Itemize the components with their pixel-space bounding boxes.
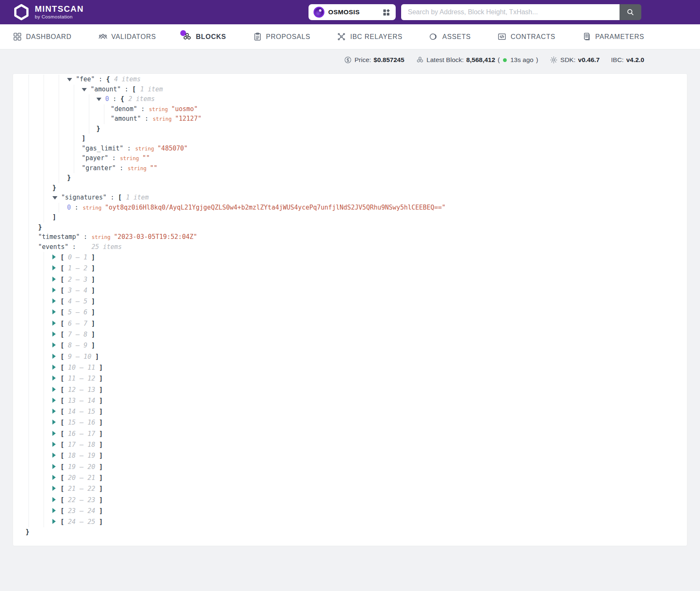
nav-label: CONTRACTS — [511, 33, 555, 41]
event-row: [5 – 6] — [13, 307, 687, 318]
open-bracket: [ — [60, 364, 64, 371]
search-icon — [626, 8, 635, 17]
indent-guide — [89, 124, 89, 134]
json-string-value: "12127" — [175, 115, 202, 122]
json-type-label: string — [127, 165, 146, 171]
indent-guide — [44, 373, 44, 384]
latest-block-label: Latest Block: — [427, 56, 464, 64]
close-bracket: ] — [99, 463, 103, 471]
indent-guide — [74, 94, 74, 104]
indent-guide — [29, 213, 29, 223]
grid-apps-icon[interactable] — [382, 8, 391, 17]
json-key: "granter" — [82, 164, 116, 172]
event-row: [14 – 15] — [13, 406, 687, 417]
expand-toggle-icon[interactable] — [52, 497, 56, 502]
nav-item-contracts[interactable]: CONTRACTS — [497, 32, 555, 41]
expand-toggle-icon[interactable] — [52, 387, 56, 392]
open-bracket: [ — [60, 386, 64, 394]
expand-toggle-icon[interactable] — [52, 309, 56, 314]
expand-toggle-icon[interactable] — [52, 298, 56, 303]
expand-toggle-icon[interactable] — [52, 420, 56, 425]
expand-toggle-icon[interactable] — [52, 321, 56, 326]
json-key: "denom" — [111, 105, 137, 113]
nav-item-ibc-relayers[interactable]: IBC RELAYERS — [337, 32, 402, 41]
indent-guide — [29, 362, 29, 373]
expand-toggle-icon[interactable] — [52, 265, 56, 270]
event-range: 9 – 10 — [68, 353, 91, 360]
mintscan-logo[interactable]: MINTSCAN by Cosmostation — [13, 3, 84, 21]
expand-toggle-icon[interactable] — [52, 519, 56, 524]
nav-item-parameters[interactable]: PARAMETERS — [582, 32, 644, 41]
collapse-toggle-icon[interactable] — [96, 98, 101, 101]
chain-selector[interactable]: OSMOSIS — [309, 4, 396, 20]
status-bar: Price: $0.857245 Latest Block: 8,568,412… — [0, 49, 700, 70]
json-key: "fee" — [76, 75, 95, 83]
search-input[interactable] — [401, 4, 620, 20]
search-button[interactable] — [620, 4, 641, 20]
expand-toggle-icon[interactable] — [52, 376, 56, 381]
indent-guide — [59, 153, 59, 163]
collapse-toggle-icon[interactable] — [82, 88, 87, 91]
expand-toggle-icon[interactable] — [52, 486, 56, 491]
indent-guide — [29, 450, 29, 461]
nav-label: PARAMETERS — [595, 33, 644, 41]
collapse-toggle-icon[interactable] — [67, 78, 72, 81]
event-row: [22 – 23] — [13, 495, 687, 505]
close-bracket: ] — [99, 485, 103, 492]
indent-guide — [29, 153, 29, 163]
expand-toggle-icon[interactable] — [52, 398, 56, 403]
nav-label: IBC RELAYERS — [350, 33, 402, 41]
expand-toggle-icon[interactable] — [52, 332, 56, 337]
json-line: "payer" : string"" — [13, 153, 687, 163]
event-row: [24 – 25] — [13, 516, 687, 527]
ibc-label: IBC: — [611, 56, 624, 64]
close-bracket: ] — [91, 308, 95, 316]
json-line: "amount" : [1 item — [13, 85, 687, 95]
expand-toggle-icon[interactable] — [52, 365, 56, 370]
nav-item-assets[interactable]: ASSETS — [429, 32, 471, 41]
expand-toggle-icon[interactable] — [52, 453, 56, 458]
json-type-label: string — [135, 145, 154, 152]
nav-item-dashboard[interactable]: DASHBOARD — [13, 32, 72, 41]
json-string-value: "oyt8qz0i6Hl8kq0/AyqL21YgjgeQZLS0w4+b2mz… — [105, 204, 446, 211]
event-row: [17 – 18] — [13, 439, 687, 450]
close-bracket: ] — [91, 254, 95, 261]
expand-toggle-icon[interactable] — [52, 277, 56, 282]
indent-guide — [29, 203, 29, 213]
collapse-toggle-icon[interactable] — [52, 196, 57, 200]
expand-toggle-icon[interactable] — [52, 508, 56, 513]
close-bracket: ] — [91, 342, 95, 349]
nav-item-validators[interactable]: VALIDATORS — [98, 32, 156, 41]
indent-guide — [44, 428, 44, 439]
expand-toggle-icon[interactable] — [52, 475, 56, 480]
close-bracket: ] — [99, 430, 103, 438]
indent-guide — [29, 183, 29, 193]
indent-guide — [44, 163, 44, 174]
nav-item-blocks[interactable]: BLOCKS — [182, 32, 226, 41]
expand-toggle-icon[interactable] — [52, 288, 56, 293]
expand-toggle-icon[interactable] — [52, 342, 56, 347]
expand-toggle-icon[interactable] — [52, 254, 56, 259]
json-line: 0 : {2 items — [13, 94, 687, 104]
event-range: 8 – 9 — [68, 342, 88, 349]
indent-guide — [59, 163, 59, 174]
expand-toggle-icon[interactable] — [52, 464, 56, 469]
expand-toggle-icon[interactable] — [52, 354, 56, 359]
indent-guide — [59, 144, 59, 154]
open-bracket: [ — [60, 331, 64, 338]
indent-guide — [29, 351, 29, 362]
json-line: "gas_limit" : string"485070" — [13, 144, 687, 154]
json-index: 0 — [67, 204, 71, 211]
expand-toggle-icon[interactable] — [52, 442, 56, 447]
open-bracket: [ — [60, 254, 64, 261]
gear-icon — [550, 56, 558, 64]
colon: : — [109, 95, 120, 103]
open-bracket: [ — [60, 308, 64, 316]
indent-guide — [44, 183, 44, 193]
open-bracket: [ — [60, 507, 64, 515]
expand-toggle-icon[interactable] — [52, 431, 56, 436]
nav-item-proposals[interactable]: PROPOSALS — [253, 32, 311, 41]
event-range: 15 – 16 — [68, 419, 95, 426]
expand-toggle-icon[interactable] — [52, 409, 56, 414]
close-bracket: ] — [99, 452, 103, 459]
